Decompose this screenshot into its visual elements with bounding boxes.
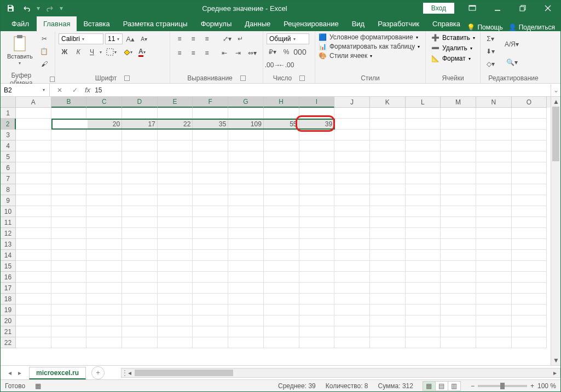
cell[interactable] — [158, 141, 193, 151]
cell[interactable] — [86, 326, 122, 337]
cell[interactable] — [264, 315, 299, 326]
cell[interactable] — [228, 337, 264, 348]
cell[interactable] — [158, 326, 193, 337]
cell[interactable] — [51, 162, 87, 173]
cell[interactable] — [122, 195, 158, 206]
cell[interactable] — [334, 315, 370, 326]
cell[interactable] — [370, 272, 406, 283]
tab-home[interactable]: Главная — [37, 16, 77, 31]
undo-icon[interactable] — [20, 2, 33, 15]
row-header[interactable]: 20 — [1, 315, 16, 326]
row-header[interactable]: 17 — [1, 283, 16, 294]
cond-format-button[interactable]: 🟦Условное форматирование▾ — [319, 33, 417, 41]
cell[interactable] — [334, 217, 370, 228]
tab-help[interactable]: Справка — [426, 16, 467, 31]
cell[interactable] — [370, 294, 406, 305]
font-dialog-launcher[interactable] — [124, 75, 130, 81]
align-dialog-launcher[interactable] — [240, 75, 246, 81]
cell[interactable] — [441, 119, 476, 130]
align-top-icon[interactable]: ≡ — [173, 33, 186, 44]
tab-developer[interactable]: Разработчик — [371, 16, 426, 31]
cell[interactable] — [193, 315, 228, 326]
cell[interactable] — [16, 151, 51, 162]
cell[interactable] — [193, 272, 228, 283]
align-bot-icon[interactable]: ≡ — [201, 33, 213, 44]
cell[interactable] — [441, 261, 476, 272]
cell[interactable] — [334, 195, 370, 206]
cell[interactable] — [122, 250, 158, 261]
col-header[interactable]: O — [512, 97, 547, 108]
cell[interactable] — [122, 315, 158, 326]
cell[interactable] — [334, 326, 370, 337]
cell[interactable] — [51, 305, 87, 315]
cell[interactable] — [122, 261, 158, 272]
cell[interactable] — [441, 130, 476, 141]
decrease-font-icon[interactable]: A▾ — [138, 33, 150, 44]
format-cells-button[interactable]: 📐Формат▾ — [429, 54, 477, 63]
outdent-icon[interactable]: ⇤ — [218, 48, 230, 58]
tab-formulas[interactable]: Формулы — [194, 16, 239, 31]
cell[interactable] — [86, 228, 122, 239]
cell[interactable] — [51, 261, 87, 272]
cell[interactable] — [51, 108, 87, 119]
cell[interactable] — [228, 130, 264, 141]
redo-icon[interactable] — [43, 2, 56, 15]
cell[interactable] — [476, 141, 512, 151]
cell[interactable] — [193, 195, 228, 206]
cell[interactable] — [476, 195, 512, 206]
cell[interactable] — [86, 173, 122, 184]
cell[interactable] — [122, 294, 158, 305]
cell[interactable] — [512, 195, 547, 206]
merge-icon[interactable]: ⇔▾ — [246, 48, 259, 58]
vertical-scrollbar[interactable]: ▲ ▼ — [551, 97, 560, 365]
cell[interactable] — [299, 250, 335, 261]
cell[interactable] — [370, 184, 406, 195]
cell[interactable] — [264, 162, 299, 173]
cell[interactable] — [406, 228, 441, 239]
cell[interactable] — [441, 195, 476, 206]
col-header[interactable]: N — [476, 97, 512, 108]
cell[interactable] — [370, 261, 406, 272]
row-header[interactable]: 22 — [1, 337, 16, 348]
cell[interactable] — [512, 141, 547, 151]
cell[interactable] — [512, 315, 547, 326]
cell[interactable] — [334, 228, 370, 239]
cell[interactable] — [158, 315, 193, 326]
cell[interactable] — [51, 206, 87, 217]
cell[interactable] — [122, 228, 158, 239]
cell[interactable] — [441, 206, 476, 217]
cell[interactable] — [264, 250, 299, 261]
cell[interactable] — [228, 141, 264, 151]
cell[interactable] — [406, 130, 441, 141]
cell[interactable] — [51, 326, 87, 337]
cell[interactable] — [334, 239, 370, 250]
cell[interactable] — [51, 141, 87, 151]
cell[interactable] — [86, 108, 122, 119]
cut-icon[interactable]: ✂ — [38, 33, 50, 44]
cell[interactable] — [476, 206, 512, 217]
cell[interactable] — [512, 261, 547, 272]
zoom-slider[interactable] — [478, 385, 527, 387]
cell[interactable] — [441, 337, 476, 348]
cell[interactable] — [370, 195, 406, 206]
ribbon-options-icon[interactable] — [460, 1, 485, 16]
scroll-right-icon[interactable]: ▸ — [550, 368, 560, 378]
cell[interactable] — [228, 206, 264, 217]
zoom-out-icon[interactable]: − — [471, 382, 475, 390]
row-header[interactable]: 21 — [1, 326, 16, 337]
cell[interactable] — [16, 206, 51, 217]
cell[interactable] — [193, 228, 228, 239]
cell[interactable] — [51, 195, 87, 206]
cell[interactable] — [193, 162, 228, 173]
cell[interactable] — [158, 294, 193, 305]
cell[interactable]: 15 — [51, 119, 87, 130]
cell[interactable] — [370, 130, 406, 141]
cell[interactable] — [334, 250, 370, 261]
cell[interactable] — [16, 305, 51, 315]
col-header[interactable]: B — [51, 97, 87, 108]
cell[interactable] — [334, 173, 370, 184]
cell[interactable] — [51, 294, 87, 305]
cell[interactable] — [86, 294, 122, 305]
cell[interactable] — [158, 261, 193, 272]
cell[interactable] — [158, 305, 193, 315]
